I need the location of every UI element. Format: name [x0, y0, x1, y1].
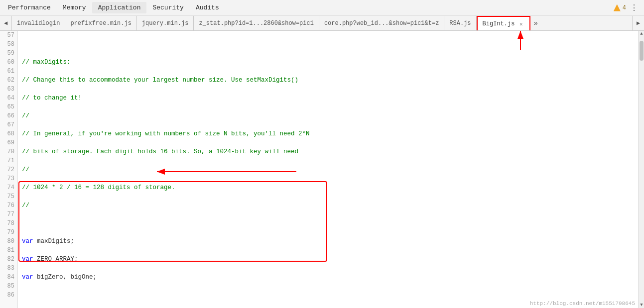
tab-core[interactable]: core.php?web_id...&show=pic1&t=z [319, 16, 444, 31]
tab-label: core.php?web_id...&show=pic1&t=z [324, 20, 439, 27]
tab-label: jquery.min.js [142, 20, 189, 27]
tab-label: BigInt.js [483, 20, 515, 27]
tab-bigint[interactable]: BigInt.js ✕ [477, 16, 531, 31]
tab-close-button[interactable]: ✕ [517, 20, 524, 27]
more-options-button[interactable]: ⋮ [626, 1, 642, 15]
tab-jquery[interactable]: jquery.min.js [137, 16, 194, 31]
menu-security[interactable]: Security [146, 2, 189, 13]
tabs-bar: ◀ invalidlogin prefixfree.min.js jquery.… [0, 16, 644, 31]
tab-prefixfree[interactable]: prefixfree.min.js [65, 16, 136, 31]
url-text: http://blog.csdn.net/m1551798645 [530, 301, 635, 307]
warning-icon [614, 4, 621, 11]
tab-label: z_stat.php?id=1...2860&show=pic1 [199, 20, 313, 27]
bottom-url: http://blog.csdn.net/m1551798645 [514, 299, 638, 308]
tabs-overflow-button[interactable]: » [530, 16, 540, 31]
tab-label: prefixfree.min.js [70, 20, 131, 27]
tab-rsa[interactable]: RSA.js [444, 16, 476, 31]
tab-invalidlogin[interactable]: invalidlogin [12, 16, 65, 31]
menu-bar: Performance Memory Application Security … [0, 0, 644, 16]
tab-label: RSA.js [449, 20, 471, 27]
menu-memory[interactable]: Memory [57, 2, 92, 13]
tabs-forward-button[interactable]: ▶ [632, 16, 644, 31]
menu-application[interactable]: Application [92, 2, 147, 13]
code-content: // maxDigits: // Change this to accommod… [18, 31, 638, 308]
tab-zstat[interactable]: z_stat.php?id=1...2860&show=pic1 [194, 16, 319, 31]
tab-label: invalidlogin [17, 20, 60, 27]
menu-performance[interactable]: Performance [2, 2, 57, 13]
warning-count: 4 [623, 4, 626, 11]
vertical-scrollbar[interactable]: ▲ ▼ [638, 31, 644, 308]
warning-badge: 4 [614, 4, 626, 11]
scroll-thumb[interactable] [640, 41, 644, 61]
tabs-back-button[interactable]: ◀ [0, 16, 12, 31]
main-area: 57 58 59 60 61 62 63 64 65 66 67 68 69 7… [0, 31, 644, 308]
menu-audits[interactable]: Audits [190, 2, 225, 13]
line-numbers: 57 58 59 60 61 62 63 64 65 66 67 68 69 7… [0, 31, 18, 308]
code-area[interactable]: // maxDigits: // Change this to accommod… [18, 31, 638, 308]
scroll-down-button[interactable]: ▼ [639, 302, 644, 308]
scroll-up-button[interactable]: ▲ [639, 31, 644, 37]
